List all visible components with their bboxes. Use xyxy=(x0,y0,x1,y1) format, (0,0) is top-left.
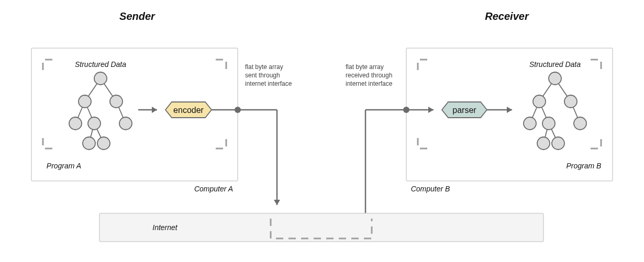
tree-node-icon xyxy=(533,95,546,108)
internet-label: Internet xyxy=(152,223,178,232)
sent-annotation-line1: flat byte array xyxy=(245,63,283,71)
arrowhead-down-icon xyxy=(274,200,280,205)
tree-node-icon xyxy=(552,137,564,150)
diagram-svg: Sender Receiver Computer A Program A Str… xyxy=(0,0,644,262)
program-a-label: Program A xyxy=(47,162,81,170)
computer-b-label: Computer B xyxy=(411,185,450,193)
tree-node-icon xyxy=(549,72,561,85)
encoder-label: encoder xyxy=(173,106,204,115)
structured-data-b-label: Structured Data xyxy=(529,60,581,69)
tree-node-icon xyxy=(537,137,550,150)
parser-label: parser xyxy=(452,106,476,115)
sent-annotation-line3: internet interface xyxy=(245,80,292,87)
tree-node-icon xyxy=(94,72,107,85)
encoder-node: encoder xyxy=(165,102,212,118)
tree-node-icon xyxy=(574,117,586,130)
sent-annotation-line2: sent through xyxy=(245,72,280,79)
tree-node-icon xyxy=(97,137,110,150)
tree-node-icon xyxy=(69,117,82,130)
tree-node-icon xyxy=(110,95,123,108)
computer-a-label: Computer A xyxy=(194,185,233,193)
recv-annotation-line3: internet interface xyxy=(346,80,393,87)
diagram-stage: Sender Receiver Computer A Program A Str… xyxy=(0,0,644,262)
computer-b-box xyxy=(406,48,613,181)
tree-node-icon xyxy=(79,95,91,108)
tree-node-icon xyxy=(83,137,95,150)
tree-node-icon xyxy=(542,117,555,130)
sender-title: Sender xyxy=(119,10,156,22)
tree-node-icon xyxy=(119,117,132,130)
recv-annotation-line1: flat byte array xyxy=(346,63,384,71)
tree-node-icon xyxy=(88,117,101,130)
tree-node-icon xyxy=(564,95,577,108)
tree-node-icon xyxy=(524,117,536,130)
structured-data-a-label: Structured Data xyxy=(75,60,126,69)
program-b-label: Program B xyxy=(567,162,602,170)
receiver-title: Receiver xyxy=(485,10,529,22)
recv-annotation-line2: received through xyxy=(346,72,392,79)
parser-node: parser xyxy=(442,102,487,118)
